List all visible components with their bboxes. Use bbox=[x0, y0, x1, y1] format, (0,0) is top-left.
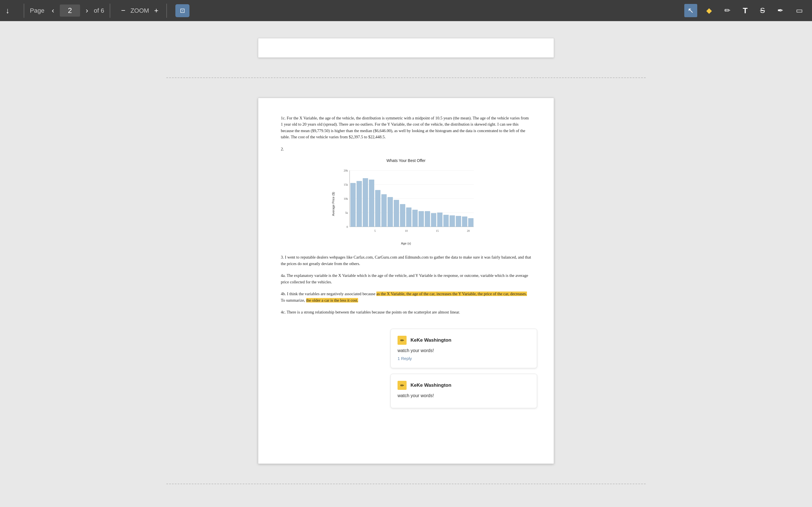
download-button[interactable]: ↓ bbox=[6, 6, 10, 15]
prev-page-button[interactable]: ‹ bbox=[49, 5, 57, 16]
chart-wrapper: Average Price ($) 0 5k 10k 15k bbox=[336, 168, 476, 240]
svg-rect-25 bbox=[431, 213, 436, 227]
section-4c-text: 4c. There is a strong relationship betwe… bbox=[281, 309, 531, 315]
chart-container: Whats Your Best Offer Average Price ($) … bbox=[336, 158, 476, 245]
section-2-num: 2. bbox=[281, 146, 531, 152]
chart-title: Whats Your Best Offer bbox=[336, 158, 476, 164]
main-content: 1c. For the X Variable, the age of the v… bbox=[0, 21, 812, 504]
svg-text:15: 15 bbox=[436, 229, 439, 232]
svg-rect-20 bbox=[400, 204, 405, 227]
svg-rect-21 bbox=[406, 208, 411, 227]
zoom-label: ZOOM bbox=[131, 7, 149, 14]
comment-header-1: ✏ KeKe Washington bbox=[398, 336, 530, 345]
svg-rect-29 bbox=[456, 216, 461, 227]
cursor-tool-button[interactable]: ↖ bbox=[684, 4, 697, 17]
section-4b-before: 4b. I think the variables are negatively… bbox=[281, 291, 376, 296]
total-pages: of 6 bbox=[94, 7, 104, 14]
crop-tool-button[interactable]: ▭ bbox=[793, 4, 806, 17]
svg-rect-17 bbox=[382, 194, 387, 227]
section-4b-after: To summarize, bbox=[281, 298, 306, 302]
svg-text:5k: 5k bbox=[345, 211, 348, 214]
zoom-in-button[interactable]: + bbox=[152, 6, 161, 15]
svg-rect-26 bbox=[437, 213, 442, 227]
comment-header-2: ✏ KeKe Washington bbox=[398, 381, 530, 390]
section-4b-text: 4b. I think the variables are negatively… bbox=[281, 291, 531, 303]
svg-rect-15 bbox=[369, 180, 374, 227]
svg-rect-12 bbox=[350, 183, 356, 227]
chart-svg-container: 0 5k 10k 15k 20k bbox=[336, 168, 476, 240]
svg-rect-24 bbox=[425, 211, 430, 227]
svg-rect-16 bbox=[375, 190, 380, 227]
toolbar-divider-1 bbox=[24, 4, 24, 18]
comment-icon-2: ✏ bbox=[398, 381, 407, 390]
toolbar-divider-2 bbox=[110, 4, 110, 18]
toolbar-divider-3 bbox=[166, 4, 167, 18]
page-number-input[interactable] bbox=[64, 6, 75, 15]
comment-card-1: ✏ KeKe Washington watch your words! 1 Re… bbox=[391, 329, 537, 368]
page-label: Page bbox=[30, 7, 44, 14]
comment-author-2: KeKe Washington bbox=[410, 383, 451, 388]
svg-rect-27 bbox=[444, 215, 449, 227]
toolbar-right: ↖ ◆ ✏ T S ✒ ▭ bbox=[684, 4, 806, 17]
svg-text:10k: 10k bbox=[344, 197, 348, 200]
pen-tool-button[interactable]: ✏ bbox=[721, 4, 734, 17]
pdf-page: 1c. For the X Variable, the age of the v… bbox=[258, 98, 554, 464]
svg-text:0: 0 bbox=[347, 225, 348, 228]
draw-tool-button[interactable]: ✒ bbox=[774, 4, 787, 17]
zoom-out-button[interactable]: − bbox=[119, 6, 128, 15]
page-top-partial bbox=[258, 38, 554, 58]
y-axis-label: Average Price ($) bbox=[331, 192, 336, 216]
comment-icon-1: ✏ bbox=[398, 336, 407, 345]
comment-reply-1[interactable]: 1 Reply bbox=[398, 356, 412, 361]
zoom-controls: − ZOOM + bbox=[119, 6, 160, 15]
text-tool-button[interactable]: T bbox=[740, 4, 751, 17]
section-1c-text: 1c. For the X Variable, the age of the v… bbox=[281, 115, 531, 140]
comment-card-2: ✏ KeKe Washington watch your words! bbox=[391, 374, 537, 408]
svg-rect-23 bbox=[419, 211, 424, 227]
comment-body-1: watch your words! bbox=[398, 348, 530, 353]
svg-text:5: 5 bbox=[374, 229, 376, 232]
svg-rect-19 bbox=[394, 200, 399, 227]
next-page-button[interactable]: › bbox=[83, 5, 91, 16]
svg-text:20: 20 bbox=[467, 229, 470, 232]
document-area: 1c. For the X Variable, the age of the v… bbox=[166, 38, 646, 487]
x-axis-label: Age (x) bbox=[336, 241, 476, 246]
comment-panel: ✏ KeKe Washington watch your words! 1 Re… bbox=[391, 329, 537, 408]
comment-body-2: watch your words! bbox=[398, 393, 530, 398]
page-separator-bottom bbox=[166, 484, 646, 484]
page-with-comments: 1c. For the X Variable, the age of the v… bbox=[258, 98, 554, 464]
comment-author-1: KeKe Washington bbox=[410, 337, 451, 343]
svg-rect-30 bbox=[462, 217, 467, 227]
toolbar: ↓ Page ‹ › of 6 − ZOOM + ⊡ ↖ ◆ ✏ T S ✒ ▭ bbox=[0, 0, 812, 21]
svg-rect-31 bbox=[468, 218, 473, 227]
toolbar-left: ↓ Page ‹ › of 6 − ZOOM + ⊡ bbox=[6, 4, 190, 18]
section-4b-highlighted: as the X Variable, the age of the car, i… bbox=[376, 291, 527, 296]
svg-rect-22 bbox=[412, 210, 417, 227]
highlight-tool-button[interactable]: ◆ bbox=[703, 4, 715, 17]
section-4b-highlighted2: the older a car is the less it cost. bbox=[306, 298, 358, 302]
page-separator-top bbox=[166, 77, 646, 78]
svg-rect-28 bbox=[450, 216, 455, 227]
svg-rect-14 bbox=[363, 178, 368, 227]
section-4a-text: 4a. The explanatory variable is the X Va… bbox=[281, 272, 531, 285]
pagination-controls: Page ‹ › of 6 bbox=[30, 4, 104, 17]
strikethrough-tool-button[interactable]: S bbox=[757, 4, 768, 17]
page-input-container bbox=[60, 4, 80, 17]
svg-rect-13 bbox=[357, 181, 362, 227]
svg-text:15k: 15k bbox=[344, 183, 348, 186]
section-3-text: 3. I went to reputable dealers webpages … bbox=[281, 254, 531, 267]
svg-text:20k: 20k bbox=[344, 169, 348, 172]
svg-rect-18 bbox=[388, 197, 393, 227]
fit-page-button[interactable]: ⊡ bbox=[175, 4, 190, 17]
svg-text:10: 10 bbox=[405, 229, 408, 232]
bar-chart-svg: 0 5k 10k 15k 20k bbox=[336, 168, 476, 238]
